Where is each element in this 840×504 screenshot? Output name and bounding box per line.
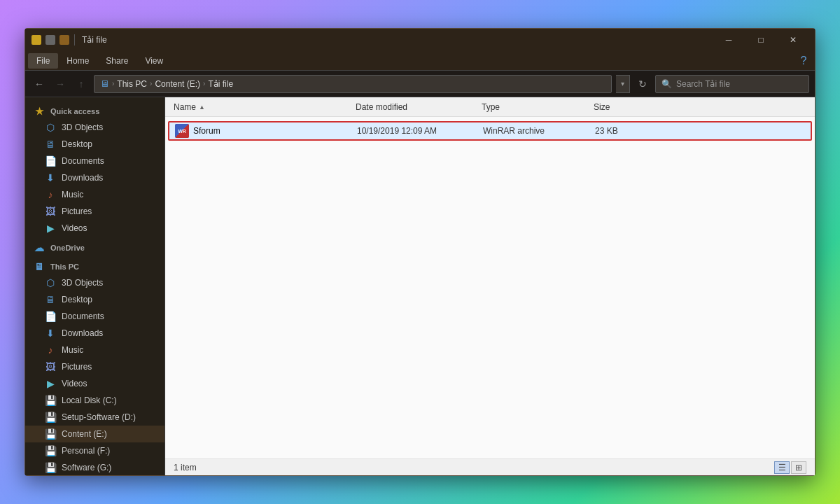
item-count: 1 item [174,463,197,472]
tiles-view-button[interactable]: ⊞ [791,461,806,474]
address-path[interactable]: 🖥 › This PC › Content (E:) › Tải file [94,75,612,93]
app-icon-yellow [31,34,42,46]
file-date: 10/19/2019 12:09 AM [357,126,483,136]
help-button[interactable]: ? [795,52,812,69]
title-divider [74,34,75,46]
sidebar-item-disk-g[interactable]: 💾 Software (G:) [25,459,164,475]
search-icon: 🔍 [662,79,672,89]
disk-g-icon: 💾 [45,462,56,473]
menu-view[interactable]: View [136,53,172,69]
sidebar-item-disk-f[interactable]: 💾 Personal (F:) [25,442,164,459]
thispc-dl-icon: ⬇ [45,328,56,339]
window-title: Tải file [79,35,713,45]
menu-home[interactable]: Home [58,53,97,69]
disk-d-icon: 💾 [45,412,56,423]
sort-arrow: ▲ [199,104,205,111]
sidebar-item-thispc-pics[interactable]: 🖼 Pictures [25,358,164,375]
star-icon: ★ [34,106,45,117]
maximize-button[interactable]: □ [745,29,777,51]
file-type: WinRAR archive [483,126,595,136]
sidebar-item-thispc-dl[interactable]: ⬇ Downloads [25,325,164,342]
downloads-icon: ⬇ [45,172,56,183]
column-headers: Name ▲ Date modified Type Size [165,97,815,117]
sidebar-item-disk-e[interactable]: 💾 Content (E:) [25,426,164,442]
sidebar-item-3dobjects[interactable]: ⬡ 3D Objects [25,119,164,136]
cloud-icon: ☁ [34,242,45,253]
file-size: 23 KB [595,126,665,136]
documents-icon: 📄 [45,155,56,167]
thispc-music-icon: ♪ [45,344,56,356]
thispc-docs-icon: 📄 [45,311,56,322]
sidebar-item-disk-d[interactable]: 💾 Setup-Software (D:) [25,409,164,426]
path-part-thispc[interactable]: This PC [117,79,147,89]
file-name: Sforum [193,126,220,136]
file-name-cell: WR Sforum [175,124,357,138]
minimize-button[interactable]: ─ [713,29,745,51]
status-bar: 1 item ☰ ⊞ [165,458,815,475]
disk-c-icon: 💾 [45,395,56,406]
sidebar-section-quickaccess: ★ Quick access [25,100,164,119]
thispc-3d-icon: ⬡ [45,277,56,288]
col-header-size[interactable]: Size [591,102,661,112]
refresh-button[interactable]: ↻ [634,76,651,92]
sidebar-item-downloads[interactable]: ⬇ Downloads [25,169,164,186]
app-icon-brown [59,34,70,46]
thispc-pics-icon: 🖼 [45,361,56,372]
winrar-icon: WR [175,124,189,138]
menu-share[interactable]: Share [97,53,136,69]
pictures-icon: 🖼 [45,206,56,217]
desktop-icon: 🖥 [45,139,56,150]
disk-e-icon: 💾 [45,428,56,440]
videos-icon: ▶ [45,223,56,234]
search-box[interactable]: 🔍 Search Tải file [655,75,809,93]
window-controls: ─ □ ✕ [713,29,809,51]
music-icon: ♪ [45,189,56,200]
sidebar-item-disk-c[interactable]: 💾 Local Disk (C:) [25,392,164,409]
view-buttons: ☰ ⊞ [774,461,806,474]
pc-icon: 🖥 [34,261,45,272]
back-button[interactable]: ← [31,76,48,92]
disk-f-icon: 💾 [45,445,56,456]
sidebar-item-thispc-videos[interactable]: ▶ Videos [25,375,164,392]
sidebar-item-thispc-docs[interactable]: 📄 Documents [25,308,164,325]
sidebar-item-desktop[interactable]: 🖥 Desktop [25,136,164,153]
explorer-window: Tải file ─ □ ✕ File Home Share View ? ← … [24,28,816,476]
sidebar-item-documents[interactable]: 📄 Documents [25,153,164,169]
path-part-drive[interactable]: Content (E:) [155,79,200,89]
file-list: WR Sforum 10/19/2019 12:09 AM WinRAR arc… [165,117,815,458]
menu-file[interactable]: File [28,53,58,69]
sidebar-item-videos[interactable]: ▶ Videos [25,220,164,237]
menu-bar: File Home Share View ? [25,51,815,71]
details-view-button[interactable]: ☰ [774,461,790,474]
sidebar-section-onedrive: ☁ OneDrive [25,237,164,255]
close-button[interactable]: ✕ [777,29,809,51]
path-dropdown[interactable]: ▾ [616,75,630,93]
thispc-desktop-icon: 🖥 [45,294,56,305]
col-header-name[interactable]: Name ▲ [171,102,353,112]
sidebar-item-thispc-desktop[interactable]: 🖥 Desktop [25,291,164,308]
app-icon-gray [45,34,56,46]
content-area: Name ▲ Date modified Type Size [165,97,815,475]
sidebar-item-music[interactable]: ♪ Music [25,186,164,203]
main-content: ★ Quick access ⬡ 3D Objects 🖥 Desktop 📄 … [25,97,815,475]
sidebar-item-thispc-3d[interactable]: ⬡ 3D Objects [25,274,164,291]
path-icon: 🖥 [100,78,109,89]
table-row[interactable]: WR Sforum 10/19/2019 12:09 AM WinRAR arc… [168,121,812,141]
sidebar-section-thispc: 🖥 This PC [25,255,164,274]
forward-button[interactable]: → [52,76,69,92]
sidebar: ★ Quick access ⬡ 3D Objects 🖥 Desktop 📄 … [25,97,165,475]
address-bar: ← → ↑ 🖥 › This PC › Content (E:) › Tải f… [25,71,815,97]
col-header-type[interactable]: Type [479,102,591,112]
title-bar: Tải file ─ □ ✕ [25,29,815,51]
search-placeholder: Search Tải file [676,79,730,89]
col-header-date[interactable]: Date modified [353,102,479,112]
sidebar-item-thispc-music[interactable]: ♪ Music [25,342,164,358]
thispc-videos-icon: ▶ [45,378,56,389]
up-button[interactable]: ↑ [73,76,90,92]
cube-icon: ⬡ [45,122,56,133]
title-bar-icons [31,34,70,46]
sidebar-item-pictures[interactable]: 🖼 Pictures [25,203,164,220]
path-part-folder[interactable]: Tải file [208,79,233,89]
